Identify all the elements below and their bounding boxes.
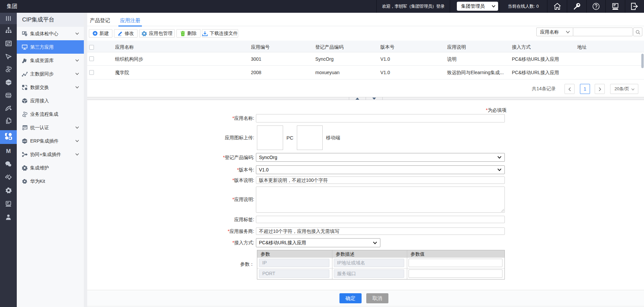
svg-text:CAP: CAP [6, 82, 10, 84]
svg-text:ERP: ERP [23, 140, 27, 142]
svg-text:M: M [6, 148, 11, 154]
